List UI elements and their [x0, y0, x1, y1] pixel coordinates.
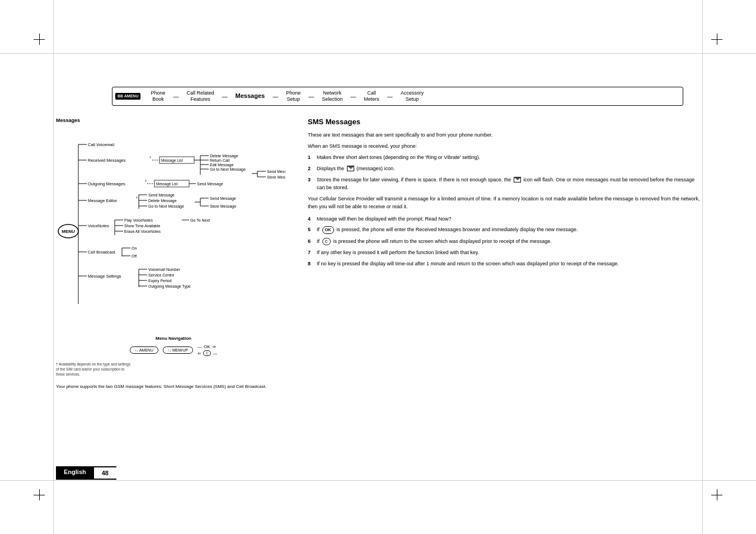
- svg-text:Store Message: Store Message: [210, 204, 236, 209]
- svg-text:Call Voicemail: Call Voicemail: [88, 142, 114, 147]
- nav-item-accessory[interactable]: Accessory Setup: [395, 90, 430, 102]
- nav-item-messages[interactable]: Messages: [230, 92, 271, 100]
- nav-arrow-2: —: [222, 93, 228, 100]
- border-top: [0, 53, 756, 54]
- envelope-icon-3: [514, 177, 521, 182]
- nav-item-callrelated[interactable]: Call Related Features: [181, 90, 220, 102]
- sms-item-4-num: 4: [308, 216, 317, 223]
- nav-arrow-5: —: [350, 93, 356, 100]
- bottom-text: Your phone supports the two GSM message …: [56, 383, 291, 390]
- svg-text:Delete Message: Delete Message: [148, 199, 177, 203]
- svg-text:Go to Next Message: Go to Next Message: [210, 167, 246, 172]
- sms-item-3-text: Stores the message for later viewing, if…: [317, 176, 700, 192]
- svg-text:Outgoing Messages: Outgoing Messages: [88, 181, 125, 186]
- svg-text:Send Message: Send Message: [267, 170, 285, 174]
- svg-text:Erase All VoiceNotes: Erase All VoiceNotes: [124, 229, 161, 233]
- svg-text:Message Settings: Message Settings: [88, 274, 121, 279]
- menu-button[interactable]: BB AMENU: [115, 93, 140, 100]
- svg-text:Play VoiceNotes: Play VoiceNotes: [124, 218, 153, 223]
- sms-intro2: When an SMS message is received, your ph…: [308, 143, 700, 151]
- sms-intro1: These are text messages that are sent sp…: [308, 132, 700, 139]
- svg-text:MENU: MENU: [62, 229, 75, 234]
- svg-text:Cell Broadcast: Cell Broadcast: [88, 250, 116, 255]
- nav-arrow-6: —: [387, 93, 393, 100]
- sms-item-5: 5 If OK is pressed, the phone will enter…: [308, 226, 700, 234]
- memup-button[interactable]: ↑↓ MEM/UP: [163, 346, 193, 354]
- sms-item-2: 2 Displays the (messages) icon.: [308, 165, 700, 173]
- nav-arrow-4: —: [308, 93, 314, 100]
- nav-arrow-3: —: [273, 93, 278, 100]
- sms-item-2-num: 2: [308, 165, 317, 173]
- footnote-content: Availability depends on the type and set…: [56, 362, 130, 376]
- footnote-text: † Availability depends on the type and s…: [56, 362, 291, 377]
- sms-item-4-text: Message will then be displayed with the …: [317, 216, 700, 223]
- sms-item-1-num: 1: [308, 154, 317, 162]
- reg-mark-tl: [34, 34, 45, 45]
- border-bottom: [0, 480, 756, 481]
- svg-text:Voicemail Number: Voicemail Number: [148, 268, 180, 271]
- nav-arrows-block: — OK ⇒ ⇐ C —: [198, 344, 217, 356]
- svg-text:Edit Message: Edit Message: [210, 163, 234, 167]
- footer-language: English: [56, 466, 94, 480]
- amenu-button[interactable]: ↑↓ AMENU: [130, 346, 158, 354]
- right-content: SMS Messages These are text messages tha…: [302, 118, 700, 472]
- svg-text:Outgoing Message Type: Outgoing Message Type: [148, 284, 191, 289]
- menu-nav-title: Menu Navigation: [56, 336, 291, 341]
- page-footer: English 48: [56, 466, 116, 480]
- nav-item-phonesetup[interactable]: Phone Setup: [280, 90, 306, 102]
- svg-text:Go To Next: Go To Next: [190, 218, 210, 222]
- border-left: [53, 0, 54, 534]
- reg-mark-br: [711, 489, 722, 500]
- sms-item-7-num: 7: [308, 249, 317, 257]
- svg-text:Send Message: Send Message: [197, 182, 223, 186]
- nav-items: Phone Book — Call Related Features — Mes…: [140, 90, 683, 102]
- sms-item-6-num: 6: [308, 238, 317, 246]
- nav-item-callmeters[interactable]: Call Meters: [358, 90, 385, 102]
- section-title: SMS Messages: [308, 118, 700, 126]
- svg-text:†: †: [149, 156, 151, 159]
- sms-item-4: 4 Message will then be displayed with th…: [308, 216, 700, 223]
- svg-text:Message Editor: Message Editor: [88, 198, 118, 203]
- sms-item-6: 6 If C is pressed the phone will return …: [308, 238, 700, 246]
- svg-text:Service Centre: Service Centre: [148, 273, 174, 277]
- svg-text:Delete Message: Delete Message: [210, 154, 238, 158]
- c-button-icon: C: [322, 238, 331, 246]
- svg-text:Go to Next Message: Go to Next Message: [148, 204, 184, 209]
- main-content: Messages MENU Call Voicemail Received Me…: [56, 118, 700, 472]
- ok-icon: OK: [204, 344, 210, 349]
- svg-text:Message List: Message List: [161, 158, 182, 163]
- svg-text:Send Message: Send Message: [210, 196, 236, 201]
- menu-nav-section: Menu Navigation ↑↓ AMENU ↑↓ MEM/UP — OK: [56, 336, 291, 356]
- sms-item-5-num: 5: [308, 226, 317, 234]
- svg-text:Return Call: Return Call: [210, 158, 229, 162]
- reg-mark-bl: [34, 489, 45, 500]
- svg-text:Send Message: Send Message: [148, 193, 175, 198]
- svg-text:†: †: [136, 196, 138, 199]
- sms-item-3-num: 3: [308, 176, 317, 192]
- c-nav-button[interactable]: C: [203, 350, 211, 356]
- ok-button-icon: OK: [322, 226, 334, 234]
- nav-item-phonebook[interactable]: Phone Book: [145, 90, 171, 102]
- svg-text:Message List: Message List: [156, 182, 177, 186]
- sms-provider-para: Your Cellular Service Provider will tran…: [308, 195, 700, 211]
- sms-item-5-text: If OK is pressed, the phone will enter t…: [317, 226, 700, 234]
- sms-item-1-text: Makes three short alert tones (depending…: [317, 154, 700, 162]
- svg-text:On: On: [132, 246, 137, 250]
- nav-item-network[interactable]: Network Selection: [316, 90, 348, 102]
- border-right: [702, 0, 703, 534]
- nav-buttons-row: ↑↓ AMENU ↑↓ MEM/UP — OK ⇒: [56, 344, 291, 356]
- tree-diagram: MENU Call Voicemail Received Messages † …: [56, 128, 285, 329]
- svg-text:†: †: [145, 179, 147, 182]
- sms-item-8-text: If no key is pressed the display will ti…: [317, 260, 700, 268]
- svg-text:VoiceNotes: VoiceNotes: [88, 223, 109, 228]
- sms-item-6-text: If C is pressed the phone will return to…: [317, 238, 700, 246]
- diagram-section: Messages MENU Call Voicemail Received Me…: [56, 118, 291, 472]
- envelope-icon-2: [347, 166, 354, 171]
- svg-text:Show Time Available: Show Time Available: [124, 224, 161, 228]
- sms-item-8-num: 8: [308, 260, 317, 268]
- svg-text:Off: Off: [132, 254, 137, 258]
- footer-page-number: 48: [94, 466, 116, 480]
- sms-item-2-text: Displays the (messages) icon.: [317, 165, 700, 173]
- svg-text:Store Message: Store Message: [267, 175, 285, 180]
- sms-item-7-text: If any other key is pressed it will perf…: [317, 249, 700, 257]
